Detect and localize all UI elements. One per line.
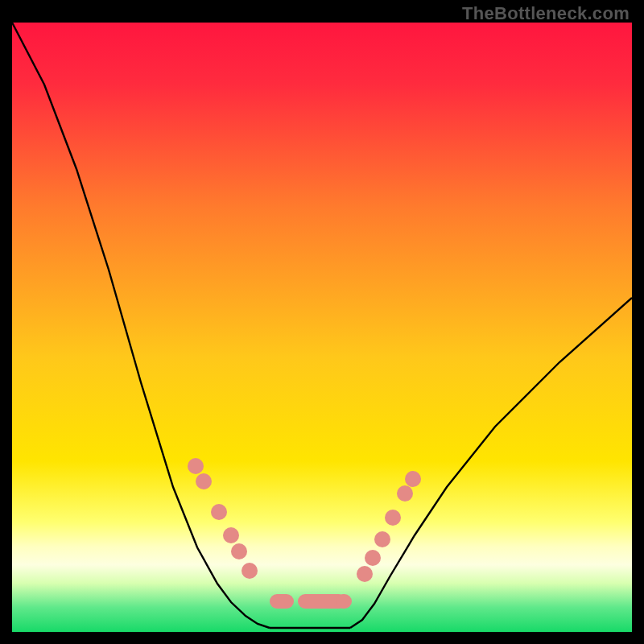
watermark-text: TheBottleneck.com [462,3,630,24]
bottom-marker-segment [270,594,294,609]
left-marker-dot [231,543,247,559]
right-marker-dot [397,485,413,502]
bottom-marker-segment [336,594,352,609]
left-marker-dot [188,458,204,474]
right-marker-dot [357,566,373,582]
right-marker-dot [385,510,401,526]
left-marker-dot [211,504,227,520]
right-marker-dot [365,550,381,566]
left-marker-dot [196,473,212,489]
chart-stage: TheBottleneck.com [0,0,644,644]
left-marker-dot [223,527,239,543]
chart-curves [12,23,632,632]
left-marker-dot [242,563,258,579]
right-marker-dot [405,471,421,487]
right-marker-dot [374,531,390,547]
plot-area [12,23,632,632]
right-curve [350,298,632,628]
